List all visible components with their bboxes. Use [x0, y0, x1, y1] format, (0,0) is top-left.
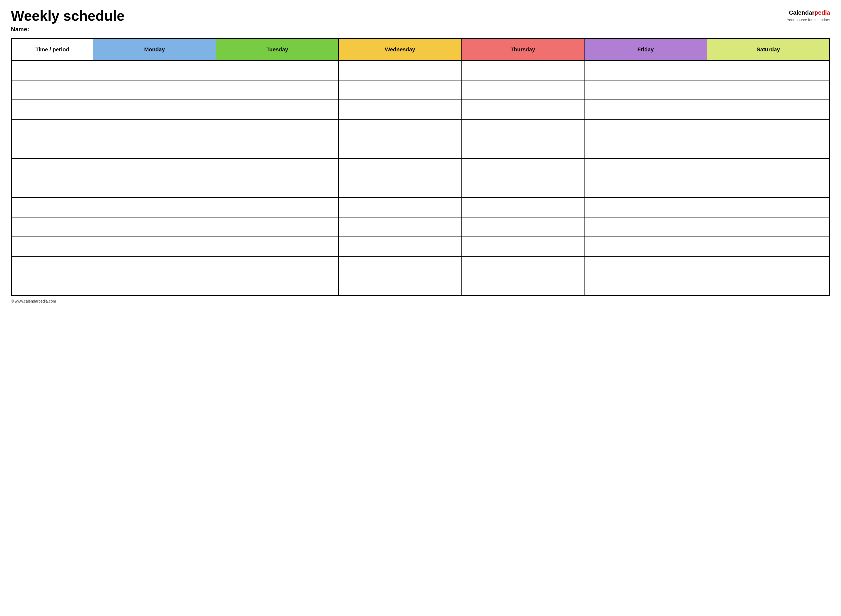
- schedule-cell[interactable]: [93, 80, 216, 100]
- col-header-wednesday: Wednesday: [339, 39, 461, 61]
- schedule-cell[interactable]: [461, 61, 584, 80]
- schedule-cell[interactable]: [93, 139, 216, 158]
- col-header-saturday: Saturday: [707, 39, 829, 61]
- schedule-cell[interactable]: [93, 256, 216, 276]
- schedule-cell[interactable]: [707, 276, 829, 295]
- schedule-cell[interactable]: [339, 61, 461, 80]
- col-header-monday: Monday: [93, 39, 216, 61]
- schedule-cell[interactable]: [461, 119, 584, 139]
- time-cell[interactable]: [12, 158, 93, 178]
- schedule-cell[interactable]: [461, 158, 584, 178]
- schedule-cell[interactable]: [707, 158, 829, 178]
- schedule-cell[interactable]: [707, 256, 829, 276]
- schedule-cell[interactable]: [584, 276, 707, 295]
- schedule-cell[interactable]: [216, 100, 339, 119]
- schedule-cell[interactable]: [584, 178, 707, 198]
- schedule-cell[interactable]: [461, 276, 584, 295]
- schedule-cell[interactable]: [707, 61, 829, 80]
- schedule-cell[interactable]: [707, 119, 829, 139]
- schedule-cell[interactable]: [707, 100, 829, 119]
- schedule-cell[interactable]: [216, 158, 339, 178]
- schedule-cell[interactable]: [93, 119, 216, 139]
- schedule-cell[interactable]: [93, 198, 216, 217]
- schedule-cell[interactable]: [93, 100, 216, 119]
- schedule-cell[interactable]: [584, 217, 707, 237]
- schedule-cell[interactable]: [584, 237, 707, 256]
- table-row: [12, 139, 830, 158]
- schedule-cell[interactable]: [216, 217, 339, 237]
- schedule-cell[interactable]: [339, 139, 461, 158]
- table-row: [12, 61, 830, 80]
- schedule-cell[interactable]: [339, 198, 461, 217]
- time-cell[interactable]: [12, 100, 93, 119]
- schedule-cell[interactable]: [216, 80, 339, 100]
- schedule-cell[interactable]: [339, 80, 461, 100]
- schedule-cell[interactable]: [461, 237, 584, 256]
- logo-calendar-text: Calendar: [789, 9, 815, 16]
- schedule-cell[interactable]: [707, 178, 829, 198]
- time-cell[interactable]: [12, 178, 93, 198]
- schedule-cell[interactable]: [584, 198, 707, 217]
- schedule-cell[interactable]: [216, 61, 339, 80]
- col-header-friday: Friday: [584, 39, 707, 61]
- schedule-cell[interactable]: [707, 139, 829, 158]
- schedule-cell[interactable]: [461, 139, 584, 158]
- schedule-cell[interactable]: [584, 100, 707, 119]
- table-row: [12, 198, 830, 217]
- schedule-cell[interactable]: [339, 178, 461, 198]
- schedule-cell[interactable]: [216, 178, 339, 198]
- schedule-cell[interactable]: [339, 119, 461, 139]
- table-row: [12, 119, 830, 139]
- schedule-cell[interactable]: [707, 80, 829, 100]
- time-cell[interactable]: [12, 256, 93, 276]
- schedule-cell[interactable]: [584, 256, 707, 276]
- schedule-cell[interactable]: [216, 198, 339, 217]
- schedule-cell[interactable]: [461, 217, 584, 237]
- schedule-cell[interactable]: [584, 61, 707, 80]
- schedule-cell[interactable]: [216, 237, 339, 256]
- schedule-cell[interactable]: [339, 237, 461, 256]
- schedule-cell[interactable]: [216, 119, 339, 139]
- table-row: [12, 217, 830, 237]
- schedule-cell[interactable]: [584, 80, 707, 100]
- time-cell[interactable]: [12, 119, 93, 139]
- schedule-cell[interactable]: [461, 80, 584, 100]
- schedule-cell[interactable]: [707, 237, 829, 256]
- schedule-cell[interactable]: [216, 139, 339, 158]
- time-cell[interactable]: [12, 276, 93, 295]
- schedule-cell[interactable]: [339, 100, 461, 119]
- schedule-cell[interactable]: [216, 276, 339, 295]
- schedule-cell[interactable]: [339, 158, 461, 178]
- col-header-time: Time / period: [12, 39, 93, 61]
- time-cell[interactable]: [12, 198, 93, 217]
- logo-subtitle: Your source for calendars: [787, 17, 830, 23]
- schedule-cell[interactable]: [707, 217, 829, 237]
- schedule-cell[interactable]: [461, 100, 584, 119]
- schedule-cell[interactable]: [461, 256, 584, 276]
- footer-url: © www.calendarpedia.com: [11, 299, 56, 304]
- table-header-row: Time / period Monday Tuesday Wednesday T…: [12, 39, 830, 61]
- schedule-cell[interactable]: [584, 158, 707, 178]
- time-cell[interactable]: [12, 61, 93, 80]
- logo-area: Calendarpedia Your source for calendars: [787, 8, 830, 23]
- schedule-cell[interactable]: [584, 119, 707, 139]
- schedule-cell[interactable]: [339, 217, 461, 237]
- schedule-cell[interactable]: [584, 139, 707, 158]
- schedule-cell[interactable]: [339, 276, 461, 295]
- schedule-cell[interactable]: [93, 178, 216, 198]
- schedule-cell[interactable]: [93, 158, 216, 178]
- schedule-cell[interactable]: [461, 178, 584, 198]
- time-cell[interactable]: [12, 80, 93, 100]
- time-cell[interactable]: [12, 237, 93, 256]
- schedule-cell[interactable]: [216, 256, 339, 276]
- schedule-cell[interactable]: [461, 198, 584, 217]
- schedule-cell[interactable]: [93, 237, 216, 256]
- schedule-cell[interactable]: [707, 198, 829, 217]
- schedule-cell[interactable]: [93, 217, 216, 237]
- time-cell[interactable]: [12, 217, 93, 237]
- header-area: Weekly schedule Name: Calendarpedia Your…: [11, 8, 830, 33]
- schedule-cell[interactable]: [93, 61, 216, 80]
- time-cell[interactable]: [12, 139, 93, 158]
- schedule-cell[interactable]: [339, 256, 461, 276]
- schedule-cell[interactable]: [93, 276, 216, 295]
